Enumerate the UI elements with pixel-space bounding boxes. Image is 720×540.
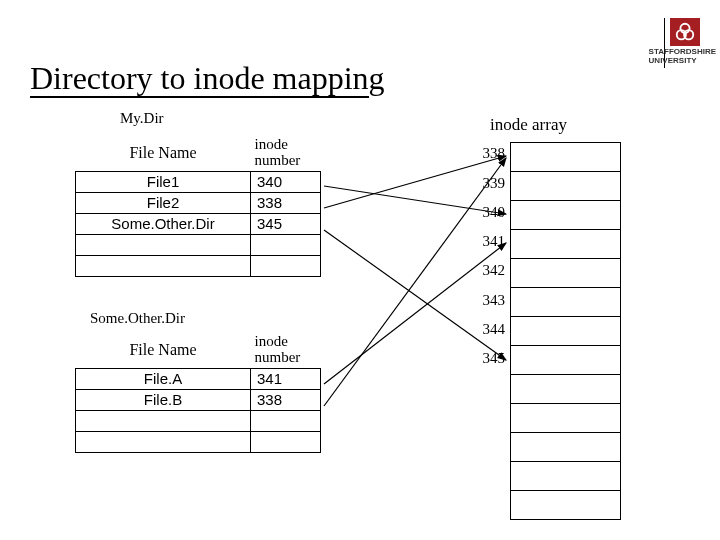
inode-row — [511, 143, 621, 172]
col-inode-number: inode number — [251, 332, 321, 368]
inode-array-table — [510, 142, 621, 520]
inode-array-label: inode array — [490, 115, 567, 135]
inode-num: 345 — [475, 350, 505, 367]
title-tail: g — [369, 60, 385, 96]
dir-table-someotherdir: File Name inode number File.A341 File.B3… — [75, 332, 321, 453]
inode-row — [511, 433, 621, 462]
knot-icon — [674, 21, 696, 43]
inode-num: 338 — [475, 145, 505, 162]
page-title: Directory to inode mapping — [30, 60, 385, 97]
table-row — [76, 410, 321, 431]
inode-num: 339 — [475, 175, 505, 192]
inode-row — [511, 404, 621, 433]
inode-num: 343 — [475, 292, 505, 309]
table-row — [76, 431, 321, 452]
inode-row — [511, 375, 621, 404]
inode-row — [511, 317, 621, 346]
someotherdir-label: Some.Other.Dir — [90, 310, 185, 327]
inode-row — [511, 259, 621, 288]
inode-row — [511, 462, 621, 491]
table-row — [76, 255, 321, 276]
table-row: File1340 — [76, 171, 321, 192]
table-row: File.A341 — [76, 368, 321, 389]
inode-num: 344 — [475, 321, 505, 338]
table-row: Some.Other.Dir345 — [76, 213, 321, 234]
col-filename: File Name — [76, 135, 251, 171]
inode-row — [511, 346, 621, 375]
inode-row — [511, 172, 621, 201]
table-row: File2338 — [76, 192, 321, 213]
col-inode-number: inode number — [251, 135, 321, 171]
university-name-l2: UNIVERSITY — [649, 57, 716, 66]
inode-row — [511, 230, 621, 259]
university-name: STAFFORDSHIRE UNIVERSITY — [649, 48, 716, 66]
inode-num: 341 — [475, 233, 505, 250]
svg-line-7 — [324, 158, 506, 406]
inode-row — [511, 288, 621, 317]
dir-table-mydir: File Name inode number File1340 File2338… — [75, 135, 321, 277]
table-row: File.B338 — [76, 389, 321, 410]
mydir-label: My.Dir — [120, 110, 164, 127]
inode-num: 340 — [475, 204, 505, 221]
table-row — [76, 234, 321, 255]
inode-row — [511, 491, 621, 520]
inode-row — [511, 201, 621, 230]
university-logo — [670, 18, 700, 46]
title-underlined: Directory to inode mappin — [30, 60, 369, 98]
inode-num: 342 — [475, 262, 505, 279]
col-filename: File Name — [76, 332, 251, 368]
